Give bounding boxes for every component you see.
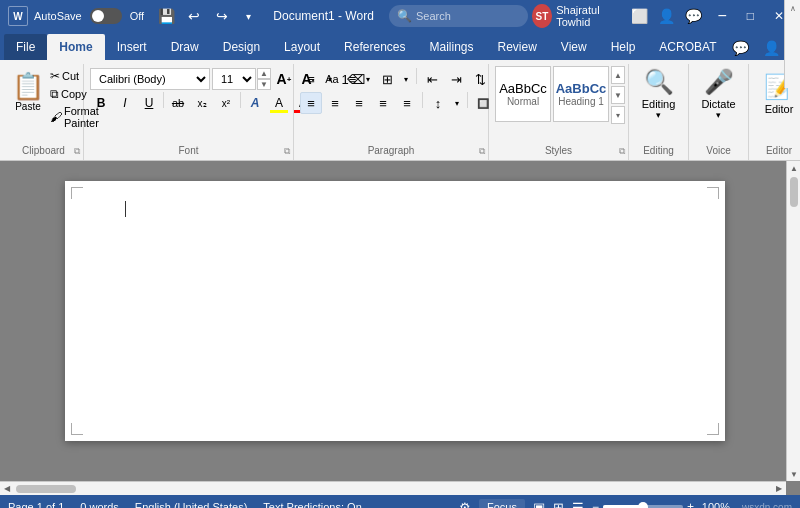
- bullets-button[interactable]: ≡: [300, 68, 322, 90]
- numbering-arrow[interactable]: ▾: [362, 68, 374, 90]
- tab-mailings[interactable]: Mailings: [417, 34, 485, 60]
- style-scroll-up[interactable]: ▲: [611, 66, 625, 84]
- zoom-in-button[interactable]: +: [687, 500, 694, 508]
- tab-references[interactable]: References: [332, 34, 417, 60]
- normal-style-item[interactable]: AaBbCc Normal: [495, 66, 551, 122]
- italic-button[interactable]: I: [114, 92, 136, 114]
- tab-insert[interactable]: Insert: [105, 34, 159, 60]
- layout-icon-3[interactable]: ☰: [572, 500, 584, 509]
- tab-view[interactable]: View: [549, 34, 599, 60]
- document-area: ▲ ▼ ◀ ▶: [0, 161, 800, 495]
- text-highlight-button[interactable]: A: [268, 92, 290, 114]
- format-painter-icon: 🖌: [50, 110, 62, 124]
- scroll-track-vertical[interactable]: [787, 175, 800, 467]
- user-profile[interactable]: ST Shajratul Towhid: [532, 4, 625, 28]
- title-bar-left: W AutoSave Off 💾 ↩ ↪ ▾: [8, 4, 258, 28]
- save-button[interactable]: 💾: [154, 4, 178, 28]
- paragraph-expand-btn[interactable]: ⧉: [479, 146, 485, 157]
- comments-tab-btn[interactable]: 💬: [728, 38, 753, 58]
- tab-layout[interactable]: Layout: [272, 34, 332, 60]
- ribbon-content: 📋 Paste ✂ Cut ⧉ Copy 🖌 Format Painter Cl…: [0, 60, 800, 161]
- maximize-button[interactable]: □: [739, 0, 762, 32]
- scroll-thumb-horizontal[interactable]: [16, 485, 76, 493]
- zoom-thumb[interactable]: [638, 502, 648, 508]
- share-tab-btn[interactable]: 👤: [759, 38, 784, 58]
- style-scroll-down[interactable]: ▼: [611, 86, 625, 104]
- word-count-label[interactable]: 0 words: [80, 501, 119, 508]
- editing-button[interactable]: 🔍 Editing ▾: [637, 68, 681, 120]
- editing-arrow: ▾: [656, 110, 661, 120]
- redo-button[interactable]: ↪: [210, 4, 234, 28]
- search-box[interactable]: 🔍 Search: [389, 5, 528, 27]
- autosave-toggle[interactable]: [90, 8, 122, 24]
- multilevel-arrow[interactable]: ▾: [400, 68, 412, 90]
- word-app-icon[interactable]: W: [8, 6, 28, 26]
- decrease-font-btn[interactable]: ▼: [257, 79, 271, 90]
- undo-button[interactable]: ↩: [182, 4, 206, 28]
- line-spacing-arrow[interactable]: ▾: [451, 92, 463, 114]
- align-center-btn[interactable]: ≡: [324, 92, 346, 114]
- ribbon-display-options[interactable]: ⬜: [628, 8, 651, 24]
- styles-expand-btn[interactable]: ⧉: [619, 146, 625, 157]
- scroll-down-button[interactable]: ▼: [787, 467, 800, 481]
- text-effects-button[interactable]: A: [244, 92, 266, 114]
- increase-indent-btn[interactable]: ⇥: [445, 68, 467, 90]
- accessibility-check-icon[interactable]: ⚙: [459, 500, 471, 509]
- tab-help[interactable]: Help: [599, 34, 648, 60]
- language-label[interactable]: English (United States): [135, 501, 248, 508]
- scroll-track-horizontal[interactable]: [14, 482, 772, 496]
- tab-design[interactable]: Design: [211, 34, 272, 60]
- comments-button[interactable]: 💬: [682, 8, 705, 24]
- font-expand-btn[interactable]: ⧉: [284, 146, 290, 157]
- paste-label: Paste: [15, 101, 41, 112]
- tab-home[interactable]: Home: [47, 34, 104, 60]
- heading1-style-item[interactable]: AaBbCc Heading 1: [553, 66, 609, 122]
- layout-icon[interactable]: ▣: [533, 500, 545, 509]
- zoom-level-label[interactable]: 100%: [698, 501, 730, 508]
- font-group: Calibri (Body) 11 ▲ ▼ A+ A- Aa ⌫ B I U a…: [84, 64, 294, 160]
- subscript-button[interactable]: x₂: [191, 92, 213, 114]
- strikethrough-button[interactable]: ab: [167, 92, 189, 114]
- font-size-select[interactable]: 11: [212, 68, 256, 90]
- justify-btn[interactable]: ≡: [372, 92, 394, 114]
- underline-button[interactable]: U: [138, 92, 160, 114]
- superscript-button[interactable]: x²: [215, 92, 237, 114]
- scroll-right-button[interactable]: ▶: [772, 482, 786, 496]
- bullets-arrow[interactable]: ▾: [324, 68, 336, 90]
- font-family-select[interactable]: Calibri (Body): [90, 68, 210, 90]
- tab-draw[interactable]: Draw: [159, 34, 211, 60]
- paste-button[interactable]: 📋 Paste: [10, 66, 46, 118]
- align-left-btn[interactable]: ≡: [300, 92, 322, 114]
- dictate-button[interactable]: 🎤 Dictate ▾: [697, 68, 741, 120]
- sort-btn[interactable]: ⇅: [469, 68, 491, 90]
- scroll-thumb-vertical[interactable]: [790, 177, 798, 207]
- distributed-btn[interactable]: ≡: [396, 92, 418, 114]
- document-page[interactable]: [65, 181, 725, 441]
- align-right-btn[interactable]: ≡: [348, 92, 370, 114]
- scroll-up-button[interactable]: ▲: [787, 161, 800, 175]
- multilevel-button[interactable]: ⊞: [376, 68, 398, 90]
- share-button[interactable]: 👤: [655, 8, 678, 24]
- page-info-label[interactable]: Page 1 of 1: [8, 501, 64, 508]
- zoom-out-button[interactable]: −: [592, 500, 599, 508]
- tab-acrobat[interactable]: ACROBAT: [647, 34, 728, 60]
- text-predictions-label[interactable]: Text Predictions: On: [263, 501, 361, 508]
- increase-font-btn[interactable]: ▲: [257, 68, 271, 79]
- paste-icon: 📋: [12, 73, 44, 99]
- increase-font-size-btn[interactable]: A+: [273, 68, 295, 90]
- line-spacing-btn[interactable]: ↕: [427, 92, 449, 114]
- decrease-indent-btn[interactable]: ⇤: [421, 68, 443, 90]
- focus-button[interactable]: Focus: [479, 499, 525, 508]
- tab-file[interactable]: File: [4, 34, 47, 60]
- ribbon-collapse-button[interactable]: ∧: [784, 0, 800, 88]
- clipboard-expand-btn[interactable]: ⧉: [74, 146, 80, 157]
- numbering-button[interactable]: 1≡: [338, 68, 360, 90]
- bold-button[interactable]: B: [90, 92, 112, 114]
- tab-review[interactable]: Review: [486, 34, 549, 60]
- minimize-button[interactable]: −: [709, 0, 734, 32]
- customize-qat-button[interactable]: ▾: [238, 6, 258, 26]
- style-gallery-expand[interactable]: ▾: [611, 106, 625, 124]
- layout-icon-2[interactable]: ⊞: [553, 500, 564, 509]
- scroll-left-button[interactable]: ◀: [0, 482, 14, 496]
- copy-icon: ⧉: [50, 87, 59, 101]
